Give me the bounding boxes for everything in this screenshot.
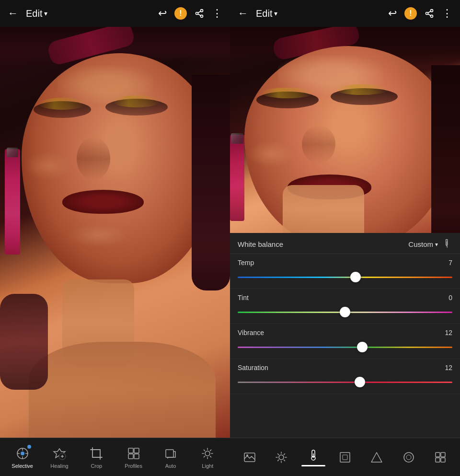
tint-slider-section: Tint 0 xyxy=(230,289,460,324)
vibrance-slider-track-container[interactable] xyxy=(238,340,452,354)
svg-line-3 xyxy=(198,14,201,15)
right-tool-temp[interactable] xyxy=(301,448,325,466)
selective-active-dot xyxy=(27,445,31,449)
temp-header: Temp 7 xyxy=(238,259,452,267)
svg-marker-48 xyxy=(371,453,382,462)
crop-label: Crop xyxy=(91,463,102,469)
temp-label: Temp xyxy=(238,259,254,267)
right-back-button[interactable]: ← xyxy=(238,7,248,20)
vibrance-label: Vibrance xyxy=(238,329,264,337)
right-photo-bg xyxy=(230,27,460,233)
vibrance-slider-section: Vibrance 12 xyxy=(230,324,460,359)
right-title-chevron[interactable]: ▾ xyxy=(274,10,277,17)
left-photo-bg xyxy=(0,27,230,438)
right-portrait-overlay xyxy=(230,27,460,233)
white-balance-row: White balance Custom ▾ xyxy=(230,233,460,254)
tint-header: Tint 0 xyxy=(238,294,452,302)
right-undo-button[interactable]: ↩ xyxy=(388,7,397,20)
right-more-button[interactable]: ⋮ xyxy=(442,7,452,20)
saturation-slider-track-container[interactable] xyxy=(238,375,452,389)
healing-icon xyxy=(52,446,67,461)
left-bottom-toolbar: Selective Healing Crop xyxy=(0,438,230,476)
white-balance-custom[interactable]: Custom ▾ xyxy=(408,240,438,248)
right-tool-grading[interactable] xyxy=(428,450,452,464)
left-undo-button[interactable]: ↩ xyxy=(158,7,167,20)
svg-line-25 xyxy=(204,456,205,457)
tool-profiles[interactable]: Profiles xyxy=(119,446,148,469)
svg-rect-51 xyxy=(436,453,440,457)
right-bottom-toolbar xyxy=(230,438,460,476)
left-back-button[interactable]: ← xyxy=(8,7,18,20)
left-title-chevron[interactable]: ▾ xyxy=(44,10,47,17)
svg-line-24 xyxy=(210,450,211,451)
tool-auto[interactable]: Auto xyxy=(156,446,185,469)
svg-rect-53 xyxy=(436,458,440,462)
svg-rect-54 xyxy=(441,458,445,462)
right-tool-light[interactable] xyxy=(269,450,293,464)
right-tool-detail[interactable] xyxy=(333,450,357,464)
right-tool-image[interactable] xyxy=(238,450,262,464)
right-warning-icon[interactable]: ! xyxy=(404,7,417,20)
saturation-value: 12 xyxy=(441,364,452,372)
tool-healing[interactable]: Healing xyxy=(45,446,74,469)
svg-point-17 xyxy=(205,451,210,456)
left-more-button[interactable]: ⋮ xyxy=(212,7,222,20)
tool-light[interactable]: Light xyxy=(193,446,222,469)
vibrance-thumb[interactable] xyxy=(357,342,368,352)
right-tool-curve[interactable] xyxy=(365,450,389,464)
profiles-icon xyxy=(126,446,141,461)
tint-thumb[interactable] xyxy=(340,307,350,317)
crop-icon xyxy=(89,446,104,461)
svg-line-23 xyxy=(210,456,211,457)
tint-slider-track-container[interactable] xyxy=(238,305,452,319)
left-share-button[interactable] xyxy=(195,9,204,18)
left-panel: ← Edit ▾ ↩ ! ⋮ xyxy=(0,0,230,476)
white-balance-label: White balance xyxy=(238,240,408,248)
right-hsl-icon xyxy=(402,450,416,464)
healing-label: Healing xyxy=(50,463,68,469)
temp-slider-track-container[interactable] xyxy=(238,270,452,284)
vibrance-value: 12 xyxy=(441,329,452,337)
svg-line-22 xyxy=(204,450,205,451)
selective-icon xyxy=(15,446,30,461)
vibrance-header: Vibrance 12 xyxy=(238,329,452,337)
right-curve-icon xyxy=(369,450,384,464)
right-tool-hsl[interactable] xyxy=(397,450,421,464)
tool-selective[interactable]: Selective xyxy=(8,446,37,469)
svg-rect-52 xyxy=(441,453,445,457)
saturation-header: Saturation 12 xyxy=(238,364,452,372)
right-topbar: ← Edit ▾ ↩ ! ⋮ xyxy=(230,0,460,27)
light-icon xyxy=(200,446,215,461)
svg-line-40 xyxy=(284,460,285,461)
temp-value: 7 xyxy=(441,259,452,267)
temp-thumb[interactable] xyxy=(350,272,361,282)
svg-point-50 xyxy=(406,455,411,460)
tint-track xyxy=(238,312,452,313)
right-grading-icon xyxy=(433,450,448,464)
eyedropper-icon[interactable] xyxy=(441,237,455,251)
right-photo-area xyxy=(230,27,460,233)
right-share-button[interactable] xyxy=(425,9,434,18)
svg-rect-15 xyxy=(134,454,139,459)
saturation-thumb[interactable] xyxy=(355,377,365,387)
temp-slider-section: Temp 7 xyxy=(230,254,460,289)
temp-active-underline xyxy=(301,465,325,466)
svg-rect-14 xyxy=(128,454,133,459)
left-warning-icon[interactable]: ! xyxy=(174,7,187,20)
left-topbar: ← Edit ▾ ↩ ! ⋮ xyxy=(0,0,230,27)
svg-rect-47 xyxy=(343,455,347,460)
svg-point-6 xyxy=(21,452,24,455)
right-detail-icon xyxy=(338,450,352,464)
saturation-slider-section: Saturation 12 xyxy=(230,359,460,394)
right-title: Edit ▾ xyxy=(256,8,277,19)
tool-crop[interactable]: Crop xyxy=(82,446,111,469)
vibrance-track xyxy=(238,347,452,348)
svg-line-30 xyxy=(428,11,431,12)
svg-line-42 xyxy=(278,460,279,461)
light-label: Light xyxy=(202,463,213,469)
left-photo-area xyxy=(0,27,230,438)
svg-line-41 xyxy=(284,453,285,454)
portrait-overlay xyxy=(0,27,230,438)
saturation-track xyxy=(238,382,452,383)
saturation-label: Saturation xyxy=(238,364,268,372)
